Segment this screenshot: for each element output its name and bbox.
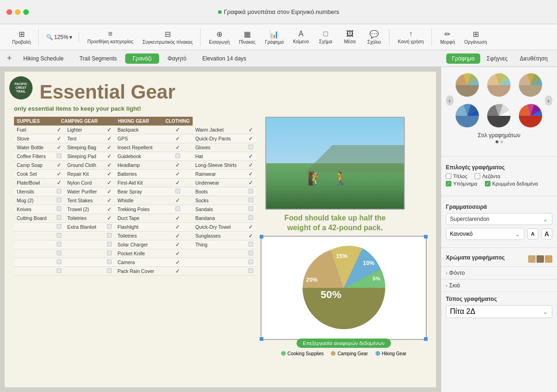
right-tabs: Γράφημα Σφήγνες Διευθέτηση (446, 53, 553, 64)
pie-chart[interactable]: 50% 20% 15% 10% 5% (261, 236, 427, 340)
format-icon: ✏ (444, 30, 450, 39)
chart-options-title: Επιλογές γραφήματος (446, 164, 552, 171)
comment-button[interactable]: 💬 Σχόλιο (363, 28, 385, 47)
shape-icon: □ (323, 30, 328, 38)
font-size-small[interactable]: A (527, 228, 538, 239)
table-row: Mug (2)Tent Stakes✓Whistle✓Socks (14, 196, 256, 205)
style-6[interactable] (517, 102, 544, 129)
chart-options: Επιλογές γραφήματος Τίτλος Λεζάντα ✓ Υπό… (441, 160, 557, 192)
chart-type-selector[interactable]: Πίτα 2Δ ⌄ (446, 305, 552, 318)
color-swatch-3[interactable] (545, 255, 552, 263)
minimize-button[interactable] (15, 9, 20, 15)
handle-tl[interactable] (260, 235, 263, 239)
table-row: Pack Rain Cover✓ (14, 267, 256, 276)
chart-legend: Cooking Supplies Camping Gear Hiking Gea… (261, 351, 427, 356)
font-size-large[interactable]: A (541, 228, 552, 239)
text-button[interactable]: A Κείμενο (289, 28, 313, 46)
option-subtitle: ✓ Υπόμνημα (446, 181, 477, 186)
styles-prev-button[interactable]: ‹ (446, 95, 454, 106)
zoom-control[interactable]: 🔍 125% ▾ (43, 32, 75, 42)
table-row: KnivesTrowel (2)✓Trekking PolesSandals (14, 205, 256, 214)
table-row: UtensilsWater Purifier✓Bear SprayBoots (14, 187, 256, 196)
chart-icon: 📊 (269, 30, 279, 39)
table-row: Cutting BoardToiletries✓Duct Tape✓Bandan… (14, 214, 256, 223)
style-1[interactable] (454, 72, 481, 99)
style-3[interactable] (517, 72, 544, 99)
styles-grid (454, 72, 545, 129)
shape-button[interactable]: □ Σχήμα (315, 28, 337, 46)
style-dot-2[interactable] (500, 140, 503, 143)
style-2[interactable] (485, 72, 512, 99)
handle-tr[interactable] (424, 235, 428, 239)
chart-button[interactable]: 📊 Γράφημα (261, 28, 288, 47)
title-checkbox[interactable] (446, 173, 451, 179)
zoom-group: 🔍 125% ▾ (40, 32, 79, 42)
page-subtitle: only essential items to keep your pack l… (14, 105, 427, 112)
style-dot-1[interactable] (496, 140, 498, 143)
color-row: Χρώματα γραφήματος (446, 254, 552, 264)
zoom-chevron: ▾ (69, 34, 72, 40)
font-style-selector[interactable]: Κανονικό ⌄ (446, 228, 524, 240)
tab-granazi[interactable]: Γρανάζι (125, 53, 159, 64)
style-4[interactable] (454, 102, 481, 129)
tab-grafima[interactable]: Γράφημα (446, 53, 480, 64)
chart-type-arrow: ⌄ (543, 308, 548, 315)
food-caption: Food should take up half the weight of a… (265, 213, 405, 233)
tab-sfignes[interactable]: Σφήγνες (481, 53, 513, 64)
color-swatch-1[interactable] (528, 255, 536, 263)
edit-data-button[interactable]: Επεξεργασία αναφορών δεδομένων (296, 339, 391, 348)
shadow-header[interactable]: › Σκιά (446, 282, 552, 289)
legend-label: Λεζάντα (482, 173, 500, 179)
handle-bl[interactable] (260, 337, 263, 341)
document-page: PACIFICCRESTTRAIL Essential Gear only es… (5, 72, 436, 387)
shadow-chevron: › (446, 283, 447, 288)
legend-hiking: Hiking Gear (376, 351, 407, 356)
shadow-title: Σκιά (449, 282, 460, 289)
legend-camping: Camping Gear (331, 351, 368, 356)
handle-br[interactable] (424, 337, 428, 341)
background-header[interactable]: › Φόντο (446, 270, 552, 276)
add-category-button[interactable]: ≡ Προσθήκη κατηγορίας (84, 28, 137, 46)
organize-button[interactable]: ⊞ Οργάνωση (461, 28, 491, 47)
table-row: Toiletries✓Sunglasses✓ (14, 232, 256, 240)
tab-elevation[interactable]: Elevation 14 days (195, 53, 254, 64)
fullscreen-button[interactable] (23, 9, 29, 15)
view-button[interactable]: ⊞ Προβολή (8, 28, 34, 47)
table-row: Pocket Knife✓ (14, 249, 256, 258)
pivot-button[interactable]: ⊟ Συγκεντρωτικός πίνακας (139, 28, 196, 47)
view-group: ⊞ Προβολή (5, 28, 39, 47)
subtitle-checkbox[interactable]: ✓ (446, 181, 451, 186)
font-selector[interactable]: Superclarendon ⌄ (446, 213, 552, 225)
table-button[interactable]: ▦ Πίνακας (235, 28, 259, 47)
share-icon: ↑ (409, 30, 413, 38)
chart-container: 50% 20% 15% 10% 5% (261, 236, 427, 356)
legend-checkbox[interactable] (475, 173, 480, 179)
style-5[interactable] (485, 102, 512, 129)
format-group: ✏ Μορφή ⊞ Οργάνωση (433, 28, 495, 47)
media-button[interactable]: 🖼 Μέσα (339, 28, 361, 46)
insert-button[interactable]: ⊕ Εισαγωγή (205, 28, 233, 47)
share-button[interactable]: ↑ Κοινή χρήση (394, 28, 428, 46)
tab-fagito[interactable]: Φαγητό (160, 53, 194, 64)
table-row: Coffee FiltersSleeping Pad✓GuidebookHat✓ (14, 152, 256, 161)
add-sheet-button[interactable]: + (4, 53, 15, 64)
option-hidden-data: ✓ Κρυμμένα δεδομένα (485, 181, 538, 186)
format-button[interactable]: ✏ Μορφή (436, 28, 459, 47)
color-swatch-2[interactable] (537, 255, 544, 263)
table-row: Fuel✓Lighter✓Backpack✓Warm Jacket✓ (14, 126, 256, 134)
close-button[interactable] (7, 9, 12, 15)
styles-next-button[interactable]: › (545, 95, 553, 106)
table-row: Stove✓Tent✓GPS✓Quick-Dry Pants✓ (14, 134, 256, 143)
tab-dieuthetisi[interactable]: Διευθέτηση (514, 53, 553, 64)
table-icon: ▦ (244, 30, 251, 39)
tab-hiking-schedule[interactable]: Hiking Schedule (16, 53, 71, 64)
styles-nav: ‹ (446, 72, 552, 129)
tab-trail-segments[interactable]: Trail Segments (72, 53, 124, 64)
style-label: Στιλ γραφημάτων (446, 132, 552, 139)
legend-hiking-dot (376, 351, 380, 356)
right-content: 🧗 🚶 Food should take up half the weight … (261, 117, 427, 356)
zoom-icon: 🔍 (46, 34, 53, 40)
col-supplies: SUPPLIES (14, 117, 54, 126)
sheet-tabs: + Hiking Schedule Trail Segments Γρανάζι… (0, 50, 557, 67)
hidden-data-checkbox[interactable]: ✓ (485, 181, 490, 186)
